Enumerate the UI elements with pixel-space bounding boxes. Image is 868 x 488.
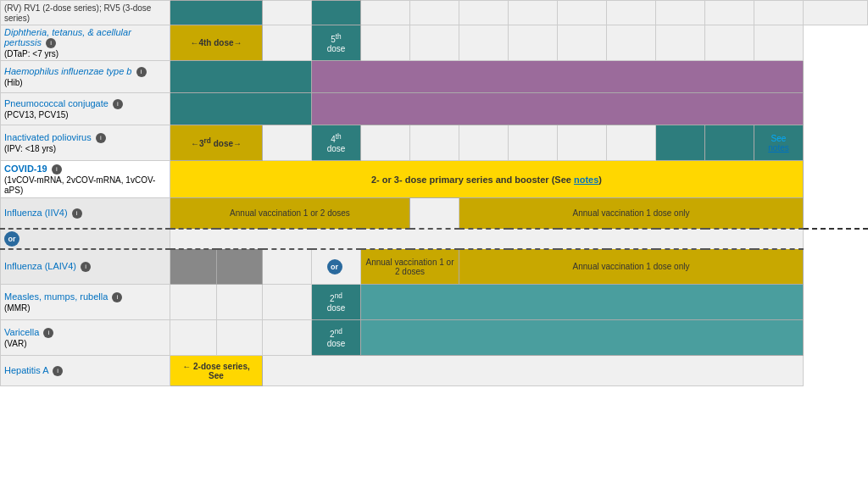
pcv-link[interactable]: Pneumococcal conjugate [4, 98, 108, 108]
mmr-link[interactable]: Measles, mumps, rubella [4, 291, 108, 302]
covid-info[interactable]: i [52, 164, 62, 175]
covid-row: COVID-19 i (1vCOV-mRNA, 2vCOV-mRNA, 1vCO… [1, 161, 868, 198]
covid-link[interactable]: COVID-19 [4, 164, 47, 174]
ipv-sub: (IPV: <18 yrs) [4, 144, 56, 153]
ipv-link[interactable]: Inactivated poliovirus [4, 132, 92, 142]
influenza-laiv4-row: Influenza (LAIV4) i or Annual vaccinatio… [1, 249, 868, 285]
varicella-2nd-dose: 2nddose [312, 320, 361, 356]
varicella-row: Varicella i (VAR) 2nddose [1, 320, 868, 356]
ipv-4th-dose: 4thdose [312, 125, 361, 161]
laiv4-info[interactable]: i [81, 262, 91, 272]
laiv4-dose-left: Annual vaccination 1 or 2 doses [361, 249, 459, 285]
pcv-sub: (PCV13, PCV15) [4, 110, 69, 119]
or-separator-row: or [1, 229, 868, 249]
hepa-info[interactable]: i [53, 366, 63, 376]
iiv4-link[interactable]: Influenza (IIV4) [4, 208, 68, 218]
dtap-5th-dose: 5thdose [312, 25, 361, 61]
hib-sub: (Hib) [4, 78, 23, 87]
mmr-row: Measles, mumps, rubella i (MMR) 2nddose [1, 285, 868, 320]
rv-label: (RV) RV1 (2-dose series); RV5 (3-dose se… [4, 3, 151, 23]
ipv-3rd-dose: ←3rd dose→ [170, 125, 263, 161]
ipv-row: Inactivated poliovirus i (IPV: <18 yrs) … [1, 125, 868, 161]
hib-info[interactable]: i [136, 67, 147, 77]
hepa-row: Hepatitis A i ← 2-dose series, See [1, 356, 868, 386]
dtap-sub: (DTaP: <7 yrs) [4, 49, 58, 58]
iiv4-dose-right: Annual vaccination 1 dose only [459, 198, 804, 229]
mmr-2nd-dose: 2nddose [312, 285, 361, 320]
rv-row: (RV) RV1 (2-dose series); RV5 (3-dose se… [1, 1, 868, 25]
iiv4-info[interactable]: i [72, 208, 82, 219]
or-badge: or [4, 231, 19, 247]
laiv4-or-badge: or [327, 259, 342, 274]
varicella-sub: (VAR) [4, 339, 26, 348]
mmr-sub: (MMR) [4, 303, 31, 313]
covid-notes-link[interactable]: notes [574, 175, 598, 185]
hepa-dose-text: ← 2-dose series, See [170, 356, 263, 386]
hib-row: Haemophilus influenzae type b i (Hib) [1, 61, 868, 93]
laiv4-dose-right: Annual vaccination 1 dose only [459, 249, 804, 285]
mmr-info[interactable]: i [112, 292, 122, 302]
varicella-link[interactable]: Varicella [4, 327, 39, 337]
hib-link[interactable]: Haemophilus influenzae type b [4, 66, 131, 76]
dtap-link[interactable]: Diphtheria, tetanus, & acellular pertuss… [4, 27, 131, 47]
hepa-link[interactable]: Hepatitis A [4, 365, 48, 375]
ipv-info[interactable]: i [96, 133, 106, 143]
ipv-see-notes[interactable]: Seenotes [754, 125, 804, 161]
covid-sub: (1vCOV-mRNA, 2vCOV-mRNA, 1vCOV-aPS) [4, 175, 155, 195]
pcv-info[interactable]: i [113, 99, 123, 109]
dtap-info[interactable]: i [46, 38, 56, 48]
influenza-iiv4-row: Influenza (IIV4) i Annual vaccination 1 … [1, 198, 868, 229]
iiv4-dose-left: Annual vaccination 1 or 2 doses [170, 198, 410, 229]
dtap-row: Diphtheria, tetanus, & acellular pertuss… [1, 25, 868, 61]
dtap-4th-dose: ←4th dose→ [170, 25, 263, 61]
pcv-row: Pneumococcal conjugate i (PCV13, PCV15) [1, 93, 868, 125]
covid-span: 2- or 3- dose primary series and booster… [170, 161, 804, 198]
laiv4-link[interactable]: Influenza (LAIV4) [4, 261, 76, 271]
varicella-info[interactable]: i [43, 328, 53, 338]
